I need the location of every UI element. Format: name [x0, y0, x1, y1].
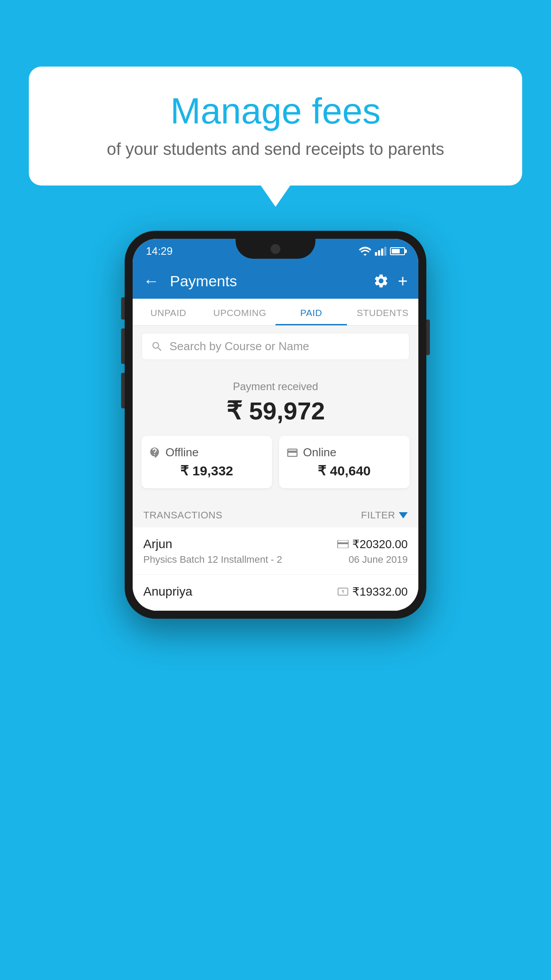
transaction-amount: ₹20320.00: [352, 537, 408, 551]
transactions-header: TRANSACTIONS FILTER: [133, 502, 418, 527]
svg-rect-1: [338, 542, 348, 544]
search-icon: [151, 340, 163, 353]
offline-card: Offline ₹ 19,332: [142, 436, 272, 488]
card-payment-icon: [337, 540, 349, 548]
cash-icon: [149, 447, 161, 459]
card-icon: [286, 447, 299, 459]
battery-icon: [390, 247, 405, 255]
back-button[interactable]: ←: [143, 272, 159, 290]
battery-fill: [392, 249, 400, 253]
phone-power-button: [426, 320, 430, 355]
transaction-course: Physics Batch 12 Installment - 2: [143, 554, 282, 565]
phone-screen: 14:29: [133, 239, 418, 611]
status-icons: [359, 247, 405, 256]
offline-label: Offline: [165, 446, 199, 459]
tab-unpaid[interactable]: UNPAID: [133, 299, 204, 325]
speech-bubble-container: Manage fees of your students and send re…: [29, 67, 522, 186]
transaction-amount: ₹19332.00: [352, 585, 408, 599]
payment-received-label: Payment received: [142, 380, 409, 393]
transaction-name: Arjun: [143, 537, 172, 551]
transaction-top: Arjun ₹20320.00: [143, 537, 408, 551]
online-amount: ₹ 40,640: [286, 463, 402, 478]
transaction-name: Anupriya: [143, 585, 193, 599]
signal-icon: [375, 247, 386, 256]
online-label: Online: [303, 446, 336, 459]
filter-label: FILTER: [361, 510, 395, 521]
tabs-container: UNPAID UPCOMING PAID STUDENTS: [133, 299, 418, 326]
search-bar[interactable]: Search by Course or Name: [142, 333, 409, 360]
svg-text:₹: ₹: [342, 589, 344, 594]
add-button[interactable]: +: [398, 272, 408, 291]
payment-received-amount: ₹ 59,972: [142, 396, 409, 425]
transactions-label: TRANSACTIONS: [143, 510, 222, 521]
tab-paid[interactable]: PAID: [276, 299, 347, 325]
speech-bubble: Manage fees of your students and send re…: [29, 67, 522, 186]
search-placeholder: Search by Course or Name: [169, 340, 309, 353]
offline-amount: ₹ 19,332: [149, 463, 265, 478]
phone-notch: [236, 239, 315, 259]
phone-volume-up-button: [121, 328, 125, 364]
transaction-row[interactable]: Arjun ₹20320.00 Physics Batch 12 Install…: [133, 527, 418, 575]
online-card-header: Online: [286, 446, 402, 459]
settings-icon[interactable]: [373, 273, 389, 289]
tab-students[interactable]: STUDENTS: [347, 299, 418, 325]
phone-silent-button: [121, 297, 125, 320]
app-bar: ← Payments +: [133, 263, 418, 299]
phone-wrapper: 14:29: [125, 231, 426, 619]
online-card: Online ₹ 40,640: [279, 436, 409, 488]
speech-bubble-title: Manage fees: [55, 91, 496, 131]
phone-camera: [271, 244, 280, 254]
wifi-icon: [359, 247, 371, 256]
search-container: Search by Course or Name: [133, 326, 418, 367]
payment-cards: Offline ₹ 19,332 Online: [142, 436, 409, 488]
transaction-amount-row: ₹20320.00: [337, 537, 408, 551]
transaction-row[interactable]: Anupriya ₹ ₹19332.00: [133, 575, 418, 611]
phone: 14:29: [125, 231, 426, 619]
transaction-top: Anupriya ₹ ₹19332.00: [143, 585, 408, 599]
payment-received-section: Payment received ₹ 59,972 Offline ₹ 19,3: [133, 367, 418, 502]
phone-volume-down-button: [121, 373, 125, 408]
background: Manage fees of your students and send re…: [0, 0, 551, 980]
offline-card-header: Offline: [149, 446, 265, 459]
rupee-note-icon: ₹: [337, 588, 349, 596]
tab-upcoming[interactable]: UPCOMING: [204, 299, 276, 325]
app-bar-icons: +: [373, 272, 408, 291]
filter-section[interactable]: FILTER: [361, 510, 408, 521]
app-bar-title: Payments: [170, 273, 366, 290]
speech-bubble-subtitle: of your students and send receipts to pa…: [55, 140, 496, 159]
transaction-date: 06 June 2019: [349, 554, 408, 565]
status-time: 14:29: [146, 245, 173, 257]
transaction-amount-row: ₹ ₹19332.00: [337, 585, 408, 599]
transaction-detail-row: Physics Batch 12 Installment - 2 06 June…: [143, 554, 408, 565]
filter-icon: [399, 512, 408, 518]
